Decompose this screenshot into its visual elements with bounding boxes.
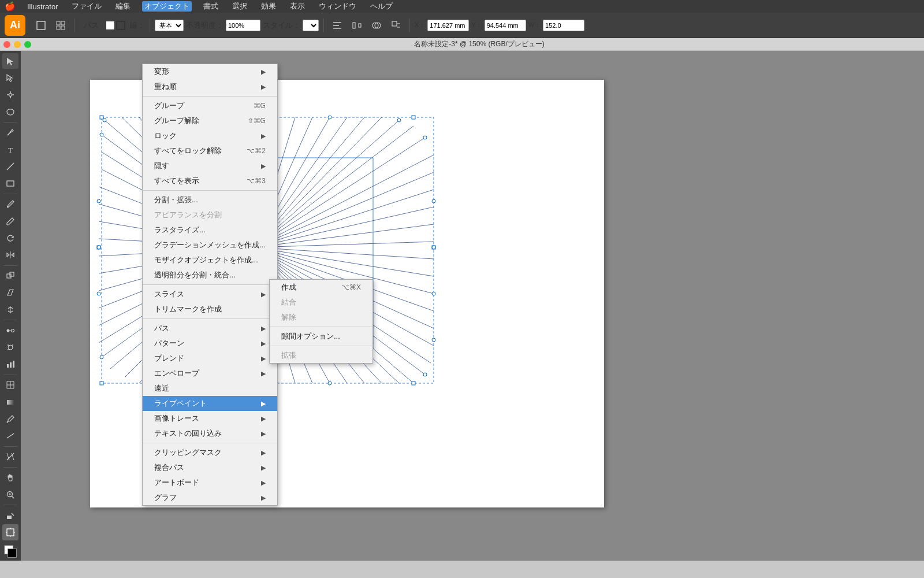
tool-slice[interactable] — [2, 449, 18, 465]
traffic-lights — [0, 40, 35, 49]
tool-width[interactable] — [2, 302, 18, 317]
toolbar-align[interactable] — [329, 17, 346, 34]
tool-measure[interactable] — [2, 428, 18, 443]
menu-graph[interactable]: グラフ ▶ — [143, 490, 277, 505]
menu-ungroup[interactable]: グループ解除 ⇧⌘G — [143, 113, 277, 128]
svg-point-144 — [397, 118, 401, 122]
toolbar-grid[interactable] — [52, 17, 69, 34]
menu-mosaic[interactable]: モザイクオブジェクトを作成... — [143, 253, 277, 268]
menu-clipping-mask[interactable]: クリッピングマスク ▶ — [143, 445, 277, 460]
tool-gradient[interactable] — [2, 394, 18, 410]
menu-pattern[interactable]: パターン ▶ — [143, 336, 277, 351]
toolbar-distribute[interactable] — [348, 17, 366, 34]
toolbar-pathfinder[interactable] — [368, 17, 385, 34]
menu-transform[interactable]: 変形 ▶ — [143, 64, 277, 79]
menu-effect[interactable]: 効果 — [259, 1, 278, 12]
opacity-input[interactable] — [226, 20, 260, 31]
menu-text-wrap[interactable]: テキストの回り込み ▶ — [143, 426, 277, 441]
menu-gradient-mesh[interactable]: グラデーションメッシュを作成... — [143, 238, 277, 253]
lp-release[interactable]: 解除 — [270, 310, 372, 325]
tool-magic-wand[interactable] — [2, 87, 18, 102]
tool-sep-8 — [3, 505, 17, 505]
menu-hide[interactable]: 隠す ▶ — [143, 158, 277, 173]
menu-format[interactable]: 書式 — [201, 1, 221, 12]
lp-gap-options[interactable]: 隙間オプション... — [270, 329, 372, 344]
ai-logo: Ai — [5, 15, 25, 36]
menu-live-paint[interactable]: ライブペイント ▶ — [143, 396, 277, 411]
tool-line[interactable] — [2, 158, 18, 174]
tool-hand[interactable] — [2, 470, 18, 486]
style-select[interactable] — [303, 20, 319, 31]
menu-lock[interactable]: ロック ▶ — [143, 128, 277, 143]
menu-file[interactable]: ファイル — [69, 1, 104, 12]
menu-view[interactable]: 表示 — [288, 1, 307, 12]
menu-artboard[interactable]: アートボード ▶ — [143, 475, 277, 490]
menu-expand-appearance[interactable]: アピアランスを分割 — [143, 208, 277, 223]
menu-slice[interactable]: スライス ▶ — [143, 287, 277, 302]
menu-object[interactable]: オブジェクト — [142, 1, 192, 12]
tool-rectangle[interactable] — [2, 176, 18, 191]
menu-compound-path[interactable]: 複合パス ▶ — [143, 460, 277, 475]
tool-pen[interactable] — [2, 125, 18, 140]
menu-select[interactable]: 選択 — [230, 1, 249, 12]
tool-sep-1 — [3, 122, 17, 123]
svg-line-85 — [255, 126, 413, 247]
tool-livepaint-bucket[interactable] — [2, 507, 18, 523]
lp-merge[interactable]: 結合 — [270, 295, 372, 310]
menu-perspective[interactable]: 遠近 — [143, 381, 277, 396]
tool-blend[interactable] — [2, 323, 18, 338]
menu-expand[interactable]: 分割・拡張... — [143, 192, 277, 208]
menu-bar: 🍎 Illustrator ファイル 編集 オブジェクト 書式 選択 効果 表示… — [0, 0, 924, 13]
minimize-button[interactable] — [14, 41, 21, 48]
tool-rotate[interactable] — [2, 230, 18, 246]
tool-lasso[interactable] — [2, 104, 18, 120]
tool-symbol-spray[interactable] — [2, 339, 18, 355]
apple-menu[interactable]: 🍎 — [5, 1, 16, 12]
basis-select[interactable]: 基本 — [155, 20, 184, 31]
tool-shear[interactable] — [2, 285, 18, 301]
lp-expand[interactable]: 拡張 — [270, 348, 372, 363]
menu-help[interactable]: ヘルプ — [368, 1, 395, 12]
fill-indicator[interactable] — [106, 21, 115, 30]
y-input[interactable] — [485, 20, 526, 31]
tool-eyedropper[interactable] — [2, 411, 18, 427]
maximize-button[interactable] — [24, 41, 31, 48]
menu-group[interactable]: グループ ⌘G — [143, 98, 277, 113]
menu-image-trace[interactable]: 画像トレース ▶ — [143, 411, 277, 426]
tool-direct-selection[interactable] — [2, 70, 18, 86]
menu-window[interactable]: ウィンドウ — [316, 1, 359, 12]
tool-zoom[interactable] — [2, 487, 18, 502]
menu-edit[interactable]: 編集 — [113, 1, 133, 12]
tool-paintbrush[interactable] — [2, 197, 18, 212]
menu-show-all[interactable]: すべてを表示 ⌥⌘3 — [143, 173, 277, 188]
svg-rect-137 — [412, 116, 415, 119]
menu-flatten[interactable]: 透明部分を分割・統合... — [143, 268, 277, 283]
toolbar-transform[interactable] — [388, 17, 405, 34]
stroke-indicator[interactable] — [116, 21, 125, 30]
menu-unlock-all[interactable]: すべてをロック解除 ⌥⌘2 — [143, 143, 277, 158]
menu-rasterize[interactable]: ラスタライズ... — [143, 223, 277, 238]
tool-scale[interactable] — [2, 268, 18, 284]
menu-arrange[interactable]: 重ね順 ▶ — [143, 79, 277, 94]
menu-illustrator[interactable]: Illustrator — [25, 2, 60, 11]
menu-envelope[interactable]: エンベロープ ▶ — [143, 366, 277, 381]
menu-path[interactable]: パス ▶ — [143, 321, 277, 336]
toolbar-new[interactable] — [32, 17, 50, 34]
lp-create[interactable]: 作成 ⌥⌘X — [270, 280, 372, 295]
tool-pencil[interactable] — [2, 213, 18, 229]
tool-mesh[interactable] — [2, 377, 18, 393]
w-input[interactable] — [543, 20, 584, 31]
fill-stroke-swatch[interactable] — [3, 544, 18, 558]
close-button[interactable] — [3, 41, 10, 48]
tool-sep-5 — [3, 375, 17, 375]
menu-blend[interactable]: ブレンド ▶ — [143, 351, 277, 366]
tool-selection[interactable] — [2, 53, 18, 69]
svg-rect-1 — [57, 21, 60, 25]
x-input[interactable] — [427, 20, 469, 31]
tool-type[interactable]: T — [2, 142, 18, 157]
tool-column-graph[interactable] — [2, 357, 18, 372]
tool-artboard[interactable] — [2, 524, 18, 540]
app-toolbar: Ai パス 線： 基本 不透明度： スタイル： — [0, 13, 924, 38]
menu-trim-marks[interactable]: トリムマークを作成 — [143, 302, 277, 317]
tool-reflect[interactable] — [2, 247, 18, 262]
